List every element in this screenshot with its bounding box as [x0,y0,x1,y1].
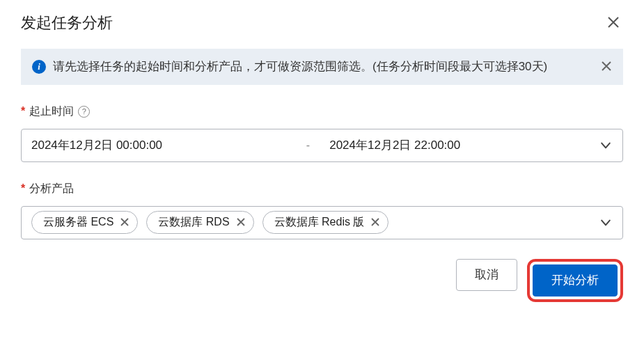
info-banner-text: 请先选择任务的起始时间和分析产品，才可做资源范围筛选。(任务分析时间段最大可选择… [53,58,547,75]
info-banner: i 请先选择任务的起始时间和分析产品，才可做资源范围筛选。(任务分析时间段最大可… [21,49,623,85]
selected-tags: 云服务器 ECS 云数据库 RDS 云数据库 Redis 版 [31,211,590,234]
dialog-footer: 取消 开始分析 [21,259,623,302]
time-range-field: * 起止时间 ? 2024年12月2日 00:00:00 - 2024年12月2… [21,104,623,162]
submit-button[interactable]: 开始分析 [533,264,618,296]
cancel-button[interactable]: 取消 [456,259,517,291]
product-tag-label: 云服务器 ECS [43,215,113,230]
required-indicator: * [21,105,25,118]
tag-remove-icon[interactable] [371,217,379,228]
time-range-start: 2024年12月2日 00:00:00 [31,137,301,153]
time-range-input[interactable]: 2024年12月2日 00:00:00 - 2024年12月2日 22:00:0… [21,129,623,162]
time-range-end: 2024年12月2日 22:00:00 [315,137,599,153]
product-tag: 云数据库 Redis 版 [262,211,389,234]
tag-remove-icon[interactable] [120,217,129,228]
banner-close-icon[interactable] [601,60,612,74]
submit-highlight: 开始分析 [527,259,623,302]
chevron-down-icon [599,139,613,152]
products-field: * 分析产品 云服务器 ECS 云数据库 RDS 云数据库 Re [21,182,623,239]
tag-remove-icon[interactable] [237,217,245,228]
required-indicator: * [21,182,25,195]
product-tag-label: 云数据库 RDS [158,215,229,230]
product-tag: 云服务器 ECS [31,211,138,234]
dialog-header: 发起任务分析 [21,13,623,33]
time-range-label: * 起止时间 ? [21,104,623,119]
product-tag: 云数据库 RDS [146,211,253,234]
products-select[interactable]: 云服务器 ECS 云数据库 RDS 云数据库 Redis 版 [21,206,623,239]
chevron-down-icon [599,216,613,230]
close-icon[interactable] [604,13,623,33]
dialog-title: 发起任务分析 [21,13,113,33]
time-range-separator: - [301,139,315,152]
products-label-text: 分析产品 [29,182,74,196]
task-analysis-dialog: 发起任务分析 i 请先选择任务的起始时间和分析产品，才可做资源范围筛选。(任务分… [0,0,644,319]
products-label: * 分析产品 [21,182,623,196]
help-icon[interactable]: ? [78,106,90,118]
info-icon: i [32,60,46,74]
product-tag-label: 云数据库 Redis 版 [274,215,365,230]
time-range-label-text: 起止时间 [29,104,74,119]
